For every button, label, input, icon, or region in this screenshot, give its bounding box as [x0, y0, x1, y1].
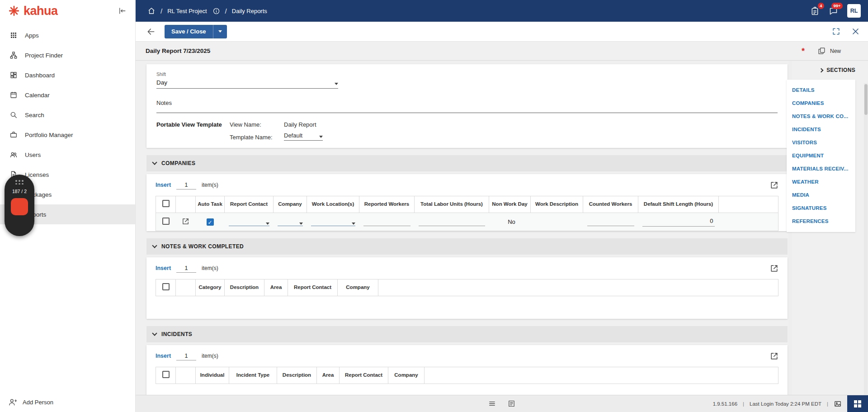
open-in-new-icon[interactable] — [770, 264, 778, 273]
window-scrollbar-track[interactable] — [864, 83, 868, 395]
insert-count-input[interactable]: 1 — [176, 181, 196, 189]
companies-section-header[interactable]: COMPANIES — [146, 155, 788, 171]
statusbar-separator: | — [827, 401, 828, 407]
sidebar-item-project-finder[interactable]: Project Finder — [0, 45, 135, 65]
fullscreen-icon[interactable] — [832, 27, 840, 36]
new-document-button[interactable]: New — [817, 47, 841, 56]
insert-link[interactable]: Insert — [156, 353, 171, 359]
chevron-right-icon — [819, 68, 824, 72]
report-contact-select[interactable] — [229, 218, 269, 226]
template-name-select[interactable]: Default — [284, 132, 323, 141]
work-description-cell[interactable] — [531, 213, 583, 231]
stop-recording-button[interactable] — [11, 198, 28, 215]
insert-count-input[interactable]: 1 — [176, 352, 196, 360]
drag-handle-icon[interactable] — [15, 180, 24, 185]
open-in-new-icon[interactable] — [182, 218, 189, 225]
insert-link[interactable]: Insert — [156, 182, 171, 188]
counted-workers-input[interactable] — [587, 218, 634, 226]
company-select[interactable] — [278, 218, 303, 226]
portfolio-icon — [9, 130, 18, 139]
non-work-day-cell[interactable]: No — [489, 213, 531, 231]
select-all-checkbox[interactable] — [162, 200, 170, 207]
statusbar-center-icons — [488, 400, 515, 407]
save-close-button[interactable]: Save / Close — [165, 25, 227, 38]
top-navigation-bar: / RL Test Project / Daily Reports 4 99+ … — [136, 0, 868, 22]
messages-button[interactable]: 99+ — [829, 6, 838, 16]
column-header: Work Location(s) — [307, 196, 359, 213]
notes-field[interactable]: Notes — [156, 99, 778, 113]
sidebar-item-users[interactable]: Users — [0, 145, 135, 165]
total-labor-units-input[interactable] — [419, 218, 485, 226]
total-labor-units-cell — [415, 213, 489, 231]
section-link-companies[interactable]: COMPANIES — [787, 96, 855, 109]
items-suffix: item(s) — [202, 353, 218, 359]
insert-link[interactable]: Insert — [156, 265, 171, 271]
sidebar-item-apps[interactable]: Apps — [0, 25, 135, 45]
shift-select[interactable]: Day — [156, 79, 338, 89]
back-arrow-icon[interactable] — [146, 27, 156, 36]
home-icon[interactable] — [147, 7, 156, 15]
section-link-details[interactable]: DETAILS — [787, 83, 855, 96]
shift-label: Shift — [156, 71, 778, 77]
sidebar-item-calendar[interactable]: Calendar — [0, 85, 135, 105]
section-link-visitors[interactable]: VISITORS — [787, 136, 855, 149]
work-locations-select[interactable] — [311, 218, 355, 226]
section-link-signatures[interactable]: SIGNATURES — [787, 201, 855, 214]
section-link-references[interactable]: REFERENCES — [787, 214, 855, 227]
section-link-media[interactable]: MEDIA — [787, 188, 855, 201]
statusbar-separator: | — [743, 401, 744, 407]
image-icon[interactable] — [834, 400, 842, 408]
sections-panel-toggle[interactable]: SECTIONS — [787, 67, 855, 73]
reported-workers-input[interactable] — [363, 218, 410, 226]
close-icon[interactable] — [851, 27, 860, 36]
select-all-checkbox[interactable] — [162, 283, 170, 290]
section-link-notes-work-completed[interactable]: NOTES & WORK CO... — [787, 109, 855, 123]
work-locations-cell — [307, 213, 359, 231]
sidebar-item-search[interactable]: Search — [0, 105, 135, 125]
column-header: Area — [317, 367, 340, 384]
column-header: Description — [225, 279, 264, 296]
insert-count-input[interactable]: 1 — [176, 264, 196, 273]
notes-work-completed-section-header[interactable]: NOTES & WORK COMPLETED — [146, 238, 788, 255]
tasks-button[interactable]: 4 — [810, 6, 820, 16]
select-all-checkbox[interactable] — [162, 371, 170, 378]
window-scrollbar-thumb[interactable] — [864, 84, 868, 115]
open-in-new-icon[interactable] — [770, 181, 778, 189]
items-suffix: item(s) — [202, 265, 218, 271]
sidebar-item-dashboard[interactable]: Dashboard — [0, 65, 135, 85]
auto-task-checkbox[interactable]: ✓ — [207, 218, 214, 226]
incidents-section-header[interactable]: INCIDENTS — [146, 326, 788, 342]
row-open-cell — [176, 213, 196, 231]
sidebar-collapse-icon[interactable] — [118, 7, 126, 15]
add-person-button[interactable]: Add Person — [0, 392, 135, 412]
pvt-grid: View Name: Daily Report Template Name: D… — [230, 121, 323, 141]
template-name-value: Default — [284, 132, 302, 139]
info-icon[interactable] — [212, 7, 220, 15]
incidents-card: Insert 1 item(s) Individual Incident Typ… — [146, 345, 788, 395]
section-link-weather[interactable]: WEATHER — [787, 175, 855, 188]
log-document-icon[interactable] — [508, 400, 515, 407]
user-avatar[interactable]: RL — [847, 4, 861, 18]
add-person-icon — [8, 398, 17, 407]
breadcrumb-page[interactable]: Daily Reports — [232, 8, 267, 14]
save-dropdown-caret[interactable] — [213, 30, 227, 33]
row-checkbox[interactable] — [162, 218, 170, 225]
save-close-label: Save / Close — [165, 28, 213, 35]
breadcrumb-project[interactable]: RL Test Project — [167, 8, 207, 14]
chevron-down-icon — [152, 243, 157, 248]
section-link-materials-received[interactable]: MATERIALS RECEIV... — [787, 162, 855, 175]
screen-recorder-widget[interactable]: 187 / 2 — [5, 175, 34, 236]
windows-start-button[interactable] — [847, 395, 868, 412]
section-link-equipment[interactable]: EQUIPMENT — [787, 149, 855, 162]
menu-lines-icon[interactable] — [488, 400, 496, 407]
section-link-incidents[interactable]: INCIDENTS — [787, 123, 855, 136]
messages-badge: 99+ — [831, 3, 843, 9]
sidebar-item-portfolio-manager[interactable]: Portfolio Manager — [0, 125, 135, 145]
report-contact-cell — [225, 213, 274, 231]
portable-view-template-block: Portable View Template View Name: Daily … — [156, 121, 778, 141]
users-icon — [9, 150, 18, 159]
default-shift-length-input[interactable]: 0 — [642, 218, 715, 227]
form-column: Shift Day Notes Portable View Template V… — [146, 64, 788, 395]
view-name-value: Daily Report — [284, 121, 323, 128]
open-in-new-icon[interactable] — [770, 352, 778, 360]
